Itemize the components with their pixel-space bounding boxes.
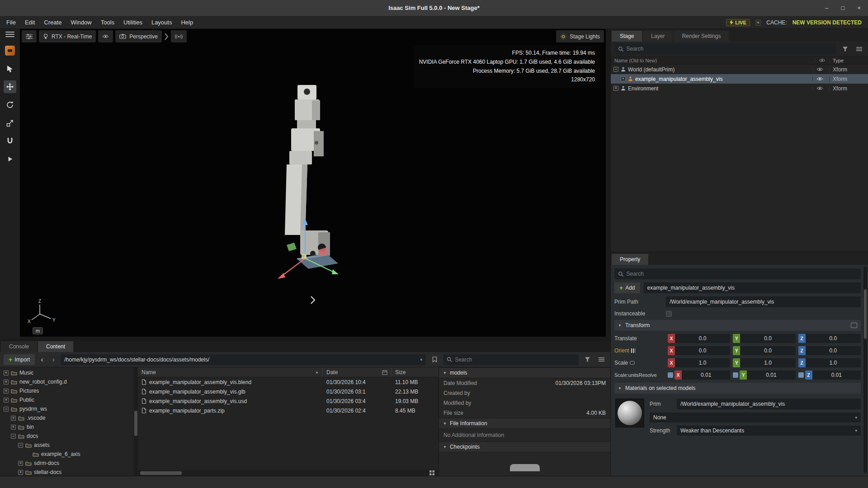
renderer-dropdown[interactable]: RTX - Real-Time <box>39 30 96 42</box>
menu-edit[interactable]: Edit <box>20 16 39 28</box>
prim-path-input[interactable] <box>670 299 857 305</box>
orient-z-input[interactable] <box>806 346 861 355</box>
menu-tools[interactable]: Tools <box>96 16 119 28</box>
stage-row-environment[interactable]: + Environment Xform <box>611 84 868 93</box>
scale-z-input[interactable] <box>806 358 861 367</box>
tree-item-new-robot-config[interactable]: +new_robot_config.d <box>0 377 134 386</box>
options-button[interactable] <box>596 354 607 365</box>
file-row-glb[interactable]: example_manipulator_assembly_vis.glb 01/… <box>138 387 439 396</box>
select-tool-icon[interactable] <box>4 62 16 75</box>
menu-layouts[interactable]: Layouts <box>147 16 177 28</box>
close-button[interactable]: × <box>857 5 861 11</box>
tree-item-stellar-docs[interactable]: +stellar-docs <box>0 468 134 476</box>
path-dropdown-caret[interactable]: ▾ <box>420 357 422 362</box>
tab-render-settings[interactable]: Render Settings <box>674 31 729 42</box>
file-list-hscrollbar[interactable] <box>138 470 439 476</box>
scale-y-input[interactable] <box>740 358 795 367</box>
tree-item-vscode[interactable]: +.vscode <box>0 413 134 422</box>
viewport-expand-arrow[interactable] <box>311 296 315 304</box>
property-scrollbar-thumb[interactable] <box>864 289 867 339</box>
snap-tool-icon[interactable] <box>4 135 16 147</box>
forward-button[interactable]: › <box>49 355 57 365</box>
scale-x-input[interactable] <box>675 358 730 367</box>
translate-y-input[interactable] <box>740 334 795 343</box>
live-badge[interactable]: LIVE <box>726 19 750 26</box>
details-section-models[interactable]: ▼ models <box>439 367 610 378</box>
details-section-file-information[interactable]: ▼ File Information <box>439 418 610 429</box>
stage-filter-button[interactable] <box>840 43 850 54</box>
orient-y-input[interactable] <box>740 346 795 355</box>
visibility-toggle[interactable] <box>812 67 827 71</box>
bookmark-button[interactable] <box>429 354 440 365</box>
tree-item-public[interactable]: +Public <box>0 395 134 404</box>
scale-tool-icon[interactable] <box>4 117 16 129</box>
viewport-settings-button[interactable] <box>22 30 37 42</box>
units-z-input[interactable] <box>812 371 861 380</box>
transform-section-header[interactable]: ▼ Transform <box>614 320 861 331</box>
tree-item-pictures[interactable]: +Pictures <box>0 386 134 395</box>
column-date[interactable]: Date <box>323 367 392 377</box>
material-dropdown[interactable]: None ▾ <box>650 413 861 422</box>
stage-row-example-manipulator[interactable]: + example_manipulator_assembly_vis Xform <box>611 74 868 84</box>
rotate-tool-icon[interactable] <box>4 99 16 111</box>
file-row-blend[interactable]: example_manipulator_assembly_vis.blend 0… <box>138 377 439 387</box>
instanceable-checkbox[interactable] <box>666 311 672 317</box>
material-preview[interactable] <box>615 399 644 427</box>
stage-options-button[interactable] <box>854 43 864 54</box>
tab-property[interactable]: Property <box>612 254 648 265</box>
tab-stage[interactable]: Stage <box>612 31 642 42</box>
details-section-checkpoints[interactable]: ▼ Checkpoints <box>439 441 610 452</box>
add-property-button[interactable]: + Add <box>614 282 640 293</box>
back-button[interactable]: ‹ <box>38 355 46 365</box>
file-row-usd[interactable]: example_manipulator_assembly_vis.usd 01/… <box>138 396 439 406</box>
units-x-input[interactable] <box>682 371 730 380</box>
menu-create[interactable]: Create <box>39 16 66 28</box>
stage-lights-button[interactable]: Stage Lights <box>556 30 604 42</box>
camera-dropdown[interactable]: Perspective <box>115 30 162 42</box>
menu-utilities[interactable]: Utilities <box>119 16 147 28</box>
transform-options-icon[interactable] <box>851 323 857 328</box>
tree-scrollbar-thumb[interactable] <box>134 411 137 436</box>
file-row-zip[interactable]: example_manipulator_parts.zip 01/30/2026… <box>138 406 439 415</box>
stage-name-column[interactable]: Name (Old to New) <box>614 58 815 63</box>
tree-item-example-6-axis[interactable]: example_6_axis <box>0 450 134 459</box>
materials-section-header[interactable]: ▼ Materials on selected models <box>614 383 861 394</box>
menu-help[interactable]: Help <box>176 16 198 28</box>
tab-layer[interactable]: Layer <box>643 31 673 42</box>
menu-window[interactable]: Window <box>66 16 96 28</box>
stage-search-input[interactable] <box>627 46 833 52</box>
column-name[interactable]: Name▲ <box>138 367 323 377</box>
tree-item-pysdrm-ws[interactable]: −pysdrm_ws <box>0 404 134 413</box>
live-dropdown-caret[interactable]: ▾ <box>755 19 761 26</box>
column-size[interactable]: Size <box>392 367 439 377</box>
tree-item-docs[interactable]: −docs <box>0 432 134 441</box>
minimize-button[interactable]: – <box>825 5 828 11</box>
move-tool-icon[interactable] <box>4 80 16 93</box>
tree-item-sdrm-docs[interactable]: +sdrm-docs <box>0 459 134 468</box>
play-button[interactable] <box>4 153 16 165</box>
visibility-toggle[interactable] <box>812 86 827 90</box>
property-scrollbar[interactable] <box>863 267 867 473</box>
visibility-button[interactable] <box>98 30 113 42</box>
units-y-input[interactable] <box>747 371 795 380</box>
visibility-toggle[interactable] <box>812 77 827 81</box>
orient-x-input[interactable] <box>675 346 730 355</box>
tree-scrollbar[interactable] <box>134 367 138 476</box>
isaac-app-icon[interactable] <box>4 44 16 57</box>
tab-console[interactable]: Console <box>1 341 37 352</box>
menu-file[interactable]: File <box>2 16 20 28</box>
import-button[interactable]: + Import <box>4 354 35 365</box>
strength-dropdown[interactable]: Weaker than Descendants ▾ <box>677 426 861 436</box>
link-axes-icon[interactable] <box>630 361 635 365</box>
tree-item-assets[interactable]: −assets <box>0 441 134 450</box>
filter-button[interactable] <box>582 354 593 365</box>
tree-item-bin[interactable]: +bin <box>0 422 134 432</box>
signal-button[interactable] <box>171 30 187 42</box>
hscrollbar-thumb[interactable] <box>140 471 182 475</box>
translate-x-input[interactable] <box>675 334 730 343</box>
stage-row-world[interactable]: − World (defaultPrim) Xform <box>611 65 868 74</box>
content-search-input[interactable] <box>455 357 575 363</box>
rail-menu-icon[interactable] <box>5 32 14 37</box>
stage-type-column[interactable]: Type <box>829 58 868 63</box>
tree-item-music[interactable]: +Music <box>0 368 134 377</box>
